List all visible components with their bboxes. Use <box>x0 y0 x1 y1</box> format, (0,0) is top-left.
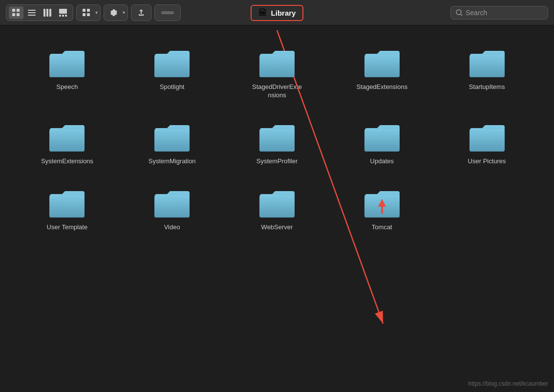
folder-item[interactable]: Updates <box>329 114 434 171</box>
folder-item[interactable]: User Template <box>15 180 120 237</box>
svg-line-20 <box>461 14 462 16</box>
watermark: https://blog.csdn.net/kcaumber <box>469 380 548 387</box>
folder-item[interactable]: Spotlight <box>120 40 225 105</box>
tomcat-folder-name: Tomcat <box>372 223 392 232</box>
folder-icon <box>257 185 297 219</box>
svg-rect-14 <box>83 9 85 12</box>
folder-name: Updates <box>370 157 394 166</box>
tag-button[interactable] <box>157 6 178 19</box>
folder-icon <box>152 45 192 79</box>
search-icon <box>456 9 463 16</box>
folder-item[interactable]: User Pictures <box>434 114 539 171</box>
svg-rect-16 <box>83 13 85 16</box>
folder-icon <box>152 119 192 153</box>
search-box[interactable]: Search <box>450 6 548 20</box>
folder-icon <box>362 119 402 153</box>
window-title-box: 🏛 Library <box>251 5 304 21</box>
folder-name: StagedDriverExtensions <box>252 83 302 100</box>
list-view-button[interactable] <box>24 6 39 19</box>
svg-rect-4 <box>28 10 36 11</box>
svg-rect-17 <box>87 13 90 16</box>
folder-item[interactable]: Video <box>120 180 225 237</box>
folder-name: Spotlight <box>160 83 185 91</box>
svg-rect-11 <box>59 15 61 17</box>
svg-rect-0 <box>12 9 15 12</box>
settings-group: ▾ <box>104 4 128 21</box>
folder-name: Video <box>164 223 180 232</box>
folder-item[interactable]: StagedExtensions <box>329 40 434 105</box>
folder-icon <box>152 185 192 219</box>
svg-rect-5 <box>28 12 36 13</box>
folder-name: User Pictures <box>468 157 506 166</box>
svg-rect-12 <box>62 15 64 17</box>
folder-item[interactable]: Speech <box>15 40 120 105</box>
folder-item[interactable]: StartupItems <box>434 40 539 105</box>
folder-icon <box>47 185 86 219</box>
group-sort-group: ▾ <box>76 4 101 21</box>
folder-name: WebServer <box>261 223 293 232</box>
folder-name: SystemProfiler <box>256 157 298 166</box>
folder-icon <box>468 119 507 153</box>
settings-chevron-icon: ▾ <box>123 10 125 15</box>
svg-rect-2 <box>12 13 15 16</box>
main-content: Speech Spotlight <box>0 25 554 392</box>
folder-name: SystemMigration <box>149 157 196 166</box>
gallery-view-button[interactable] <box>56 6 70 19</box>
share-button[interactable] <box>134 6 149 19</box>
view-mode-group <box>6 4 73 21</box>
folder-icon <box>47 45 86 79</box>
group-button[interactable] <box>79 6 94 19</box>
folder-item[interactable]: SystemExtensions <box>15 114 120 171</box>
folder-icon <box>468 45 507 79</box>
folder-item[interactable]: StagedDriverExtensions <box>225 40 330 105</box>
search-placeholder: Search <box>466 9 487 17</box>
folder-item[interactable]: SystemProfiler <box>225 114 330 171</box>
icon-view-button[interactable] <box>9 6 23 19</box>
svg-rect-10 <box>59 9 67 14</box>
svg-rect-1 <box>17 9 20 12</box>
folder-icon <box>362 45 402 79</box>
tag-group <box>154 4 181 21</box>
svg-rect-9 <box>49 9 51 17</box>
svg-rect-18 <box>161 11 174 14</box>
folder-icon <box>257 45 297 79</box>
folder-icon <box>47 119 86 153</box>
folder-name: User Template <box>47 223 88 232</box>
library-folder-icon: 🏛 <box>258 8 267 18</box>
folder-name: StartupItems <box>469 83 505 91</box>
folder-name: SystemExtensions <box>41 157 93 166</box>
column-view-button[interactable] <box>40 6 55 19</box>
tomcat-folder-icon <box>362 185 402 219</box>
folder-item[interactable]: WebServer <box>225 180 330 237</box>
settings-button[interactable] <box>107 6 121 19</box>
svg-point-19 <box>456 10 461 15</box>
svg-rect-6 <box>28 15 36 16</box>
folder-icon <box>257 119 297 153</box>
svg-rect-15 <box>87 9 90 12</box>
share-group <box>131 4 151 21</box>
svg-rect-13 <box>65 15 67 17</box>
svg-rect-3 <box>17 13 20 16</box>
folder-name: Speech <box>56 83 78 91</box>
svg-rect-8 <box>46 9 48 17</box>
window-title: Library <box>271 9 296 17</box>
folder-name: StagedExtensions <box>356 83 407 91</box>
folder-item[interactable]: SystemMigration <box>120 114 225 171</box>
svg-rect-7 <box>43 9 45 17</box>
folder-grid: Speech Spotlight <box>15 35 539 237</box>
toolbar: ▾ ▾ 🏛 Library <box>0 0 554 25</box>
tomcat-folder-item[interactable]: Tomcat <box>329 180 434 237</box>
group-chevron-icon: ▾ <box>95 10 98 15</box>
